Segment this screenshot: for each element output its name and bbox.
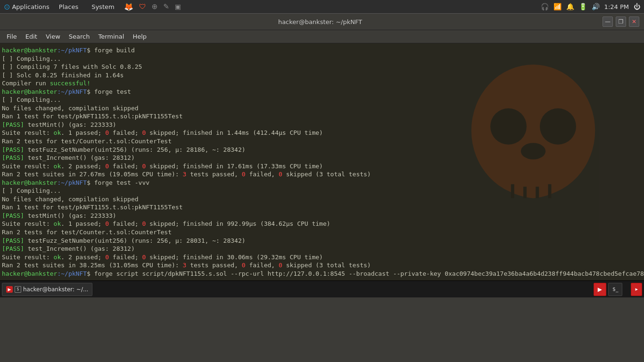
places-menu[interactable]: Places <box>55 2 82 11</box>
terminal-line: hacker@bankster:~/pkNFT$ forge test -vvv <box>2 179 642 187</box>
terminal-line-active[interactable]: hacker@bankster:~/pkNFT$ forge script sc… <box>2 270 642 278</box>
prompt-path: :~/pkNFT <box>57 47 87 54</box>
menu-edit[interactable]: Edit <box>22 32 41 41</box>
taskbar-right-item2[interactable]: $_ <box>608 283 623 296</box>
applications-label: Applications <box>12 3 49 10</box>
terminal-line: [ ] Solc 0.8.25 finished in 1.64s <box>2 71 642 80</box>
menu-terminal[interactable]: Terminal <box>94 32 128 41</box>
terminal-line: [PASS] testFuzz_SetNumber(uint256) (runs… <box>2 146 642 154</box>
menu-bar: File Edit View Search Terminal Help <box>0 30 644 43</box>
terminal-line: [ ] Compiling 7 files with Solc 0.8.25 <box>2 63 642 71</box>
terminal-line: [PASS] testFuzz_SetNumber(uint256) (runs… <box>2 237 642 245</box>
battery-icon: 🔋 <box>579 3 587 10</box>
firefox-icon[interactable]: 🦊 <box>124 2 133 11</box>
network-icon: 📶 <box>553 3 561 10</box>
taskbar-icon-red: ▶ <box>6 286 13 293</box>
terminal-text: hacker@bankster:~/pkNFT$ forge build [ ]… <box>2 46 642 278</box>
terminal-line: [ ] Compiling... <box>2 55 642 63</box>
maximize-button[interactable]: ❐ <box>616 16 626 27</box>
system-bar-right: 🎧 📶 🔔 🔋 🔊 1:24 PM ⏻ <box>541 3 640 10</box>
terminal-icon[interactable]: ▣ <box>175 3 181 10</box>
zoom-icon[interactable]: ⊕ <box>152 2 158 11</box>
terminal-line: Ran 1 test for test/pkNFT1155.t.sol:pkNF… <box>2 112 642 121</box>
terminal-line: Suite result: ok. 2 passed; 0 failed; 0 … <box>2 253 642 262</box>
terminal-line: [ ] Compiling... <box>2 187 642 195</box>
taskbar-right-icon1: ▶ <box>598 286 602 293</box>
terminal-line: Compiler run successful! <box>2 79 642 88</box>
power-icon[interactable]: ⏻ <box>634 3 640 10</box>
terminal-line: Ran 2 test suites in 27.67ms (19.05ms CP… <box>2 170 642 179</box>
terminal-line: [PASS] test_Increment() (gas: 28312) <box>2 154 642 162</box>
menu-file[interactable]: File <box>3 32 21 41</box>
window-title: hacker@bankster: ~/pkNFT <box>38 18 603 25</box>
close-button[interactable]: ✕ <box>629 16 639 27</box>
terminal-line: [ ] Compiling... <box>2 96 642 104</box>
terminal-line: [PASS] testMint() (gas: 223333) <box>2 121 642 129</box>
prompt-dollar: $ forge build <box>87 47 135 54</box>
terminal-line: hacker@bankster:~/pkNFT$ forge test <box>2 88 642 96</box>
terminal-line: Suite result: ok. 2 passed; 0 failed; 0 … <box>2 162 642 171</box>
terminal-line: Ran 2 test suites in 38.25ms (31.05ms CP… <box>2 261 642 270</box>
terminal-line: [PASS] testMint() (gas: 223333) <box>2 212 642 220</box>
prompt-user: hacker@bankster <box>2 47 57 54</box>
terminal-line: Ran 2 tests for test/Counter.t.sol:Count… <box>2 137 642 146</box>
taskbar-item-label: hacker@bankster: ~/... <box>23 286 88 293</box>
system-bar-left: ⊙ Applications Places System 🦊 🛡 ⊕ ✎ ▣ <box>4 2 181 11</box>
system-menu[interactable]: System <box>88 2 118 11</box>
minimize-button[interactable]: — <box>603 16 613 27</box>
terminal-line: Ran 2 tests for test/Counter.t.sol:Count… <box>2 228 642 237</box>
taskbar-right-item1[interactable]: ▶ <box>594 283 606 296</box>
terminal-line: No files changed, compilation skipped <box>2 195 642 204</box>
title-bar: hacker@bankster: ~/pkNFT — ❐ ✕ <box>0 13 644 30</box>
terminal-content[interactable]: hacker@bankster:~/pkNFT$ forge build [ ]… <box>0 43 644 280</box>
terminal-line: Suite result: ok. 1 passed; 0 failed; 0 … <box>2 129 642 137</box>
taskbar-right-item3[interactable]: ▸ <box>631 283 642 296</box>
arch-icon: ⊙ <box>4 2 10 11</box>
menu-help[interactable]: Help <box>129 32 150 41</box>
volume-icon: 🔊 <box>592 3 600 10</box>
taskbar-right-icon3: ▸ <box>635 286 638 292</box>
notification-icon: 🔔 <box>566 3 574 10</box>
terminal-line: [PASS] test_Increment() (gas: 28312) <box>2 245 642 253</box>
taskbar-terminal-item[interactable]: ▶ $ hacker@bankster: ~/... <box>2 283 92 296</box>
system-bar: ⊙ Applications Places System 🦊 🛡 ⊕ ✎ ▣ 🎧… <box>0 0 644 13</box>
window-controls: — ❐ ✕ <box>603 16 639 27</box>
menu-search[interactable]: Search <box>65 32 94 41</box>
applications-menu[interactable]: ⊙ Applications <box>4 2 50 11</box>
terminal-line: hacker@bankster:~/pkNFT$ forge build <box>2 46 642 55</box>
terminal-line: Suite result: ok. 1 passed; 0 failed; 0 … <box>2 220 642 228</box>
taskbar-icon-terminal: $ <box>15 286 21 293</box>
taskbar: ▶ $ hacker@bankster: ~/... ▶ $_ ▸ <box>0 280 644 297</box>
terminal-line: No files changed, compilation skipped <box>2 104 642 113</box>
terminal-line: Ran 1 test for test/pkNFT1155.t.sol:pkNF… <box>2 203 642 212</box>
taskbar-right-icon2: $_ <box>612 286 619 292</box>
clock: 1:24 PM <box>604 3 629 10</box>
menu-view[interactable]: View <box>42 32 64 41</box>
brave-icon[interactable]: 🛡 <box>139 2 146 11</box>
headphones-icon: 🎧 <box>541 3 549 10</box>
edit-icon[interactable]: ✎ <box>163 2 169 11</box>
